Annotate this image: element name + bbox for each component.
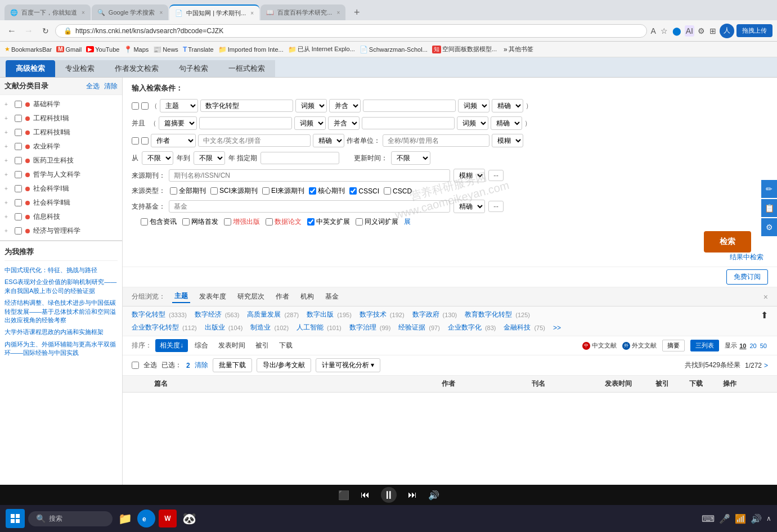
tag-manufacturing[interactable]: 制造业 [250,323,271,332]
row1-field-select[interactable]: 主题 题名 关键词 摘要 [160,99,198,112]
source-journal-input[interactable] [169,169,450,182]
select-all-checkbox[interactable] [132,362,139,369]
bookmark-news[interactable]: 📰News [153,46,178,53]
row2-match-select[interactable]: 精确 模糊 [491,116,522,130]
browser-tab-2[interactable]: 🔍 Google 学术搜索 × [92,4,168,20]
sort-download[interactable]: 下载 [276,339,296,352]
wifi-icon[interactable]: 📶 [735,513,746,524]
col-author[interactable]: 作者 [442,379,532,389]
sidebar-item-humanities[interactable]: + 哲学与人文科学 [0,168,122,182]
taskbar-icon-files[interactable]: 📁 [116,510,134,528]
sort-relevance[interactable]: 相关度↓ [155,339,188,352]
row1-check2[interactable] [141,102,149,110]
row3-unit-input[interactable] [383,134,489,147]
col-download[interactable]: 下载 [689,379,723,389]
group-tab-fund[interactable]: 基金 [323,291,341,303]
sort-comprehensive[interactable]: 综合 [191,339,212,352]
bookmark-translate[interactable]: TTranslate [183,46,214,53]
extension-icon[interactable]: ⚙ [697,25,706,37]
bookmark-youtube[interactable]: ▶YouTube [86,46,119,53]
new-tab-btn[interactable]: + [349,4,365,20]
checkbox-cscd[interactable]: CSCD [384,187,412,195]
tab-advanced[interactable]: 高级检索 [6,60,55,77]
subscribe-button[interactable]: 免费订阅 [726,269,768,285]
bookmark-imported[interactable]: 📁Imported from Inte... [218,46,284,53]
row1-check1[interactable] [132,102,139,110]
item-checkbox-10[interactable] [15,227,22,235]
checkbox-core[interactable]: 核心期刊 [309,186,345,196]
reload-btn[interactable]: ↻ [38,24,53,38]
bookmark-gmail[interactable]: MGmail [56,46,82,53]
display-50[interactable]: 50 [760,342,767,349]
forward-btn[interactable]: → [21,24,36,38]
row1-freq-select[interactable]: 词频 [295,99,327,112]
tag-gov2[interactable]: 数字治理 [349,323,376,332]
float-btn-settings[interactable]: ⚙ [761,218,777,236]
keyboard-icon[interactable]: ⌨ [702,513,715,524]
rec-item-0[interactable]: 中国式现代化：特征、挑战与路径 [5,264,118,276]
tab-close-2[interactable]: × [159,10,163,16]
checkbox-cssci[interactable]: CSSCI [349,187,379,195]
tag-publishing[interactable]: 出版业 [205,323,225,332]
volume-icon[interactable]: 🔊 [751,513,762,524]
sidebar-item-info[interactable]: + 信息科技 [0,210,122,224]
group-tab-topic[interactable]: 主题 [172,290,190,303]
item-checkbox-5[interactable] [15,157,22,164]
row3-author-input[interactable] [198,134,311,147]
item-checkbox-4[interactable] [15,143,22,150]
cb-include-news[interactable]: 包含资讯 [141,217,177,227]
upload-btn[interactable]: 拖拽上传 [736,24,772,37]
period-input[interactable] [261,152,339,164]
float-btn-edit[interactable]: ✏ [761,180,777,198]
tag-high-quality[interactable]: 高质量发展 [247,310,281,319]
taskbar-icon-edge[interactable]: e [137,510,155,528]
row1-match-select[interactable]: 精确 模糊 [492,99,523,112]
lang-en[interactable]: 外 外文文献 [622,341,657,350]
lang-cn[interactable]: 中 中文文献 [582,341,617,350]
row2-op-select[interactable]: 并含 或含 [328,116,360,130]
media-prev-btn[interactable]: ⏮ [361,490,370,500]
row2-field-select[interactable]: 篇摘要 主题 题名 [159,116,197,130]
col-date[interactable]: 发表时间 [605,379,655,389]
item-checkbox-6[interactable] [15,171,22,178]
tag-digital-pub[interactable]: 数字出版 [307,310,334,319]
item-checkbox-9[interactable] [15,213,22,220]
row1-value2-input[interactable] [363,100,456,112]
visualization-btn[interactable]: 计量可视化分析 ▾ [316,358,380,372]
checkbox-all-journals[interactable]: 全部期刊 [170,186,206,196]
row1-freq2-select[interactable]: 词频 [458,99,489,112]
ai-icon[interactable]: AI [685,25,694,37]
group-tab-year[interactable]: 发表年度 [197,291,228,303]
row3-check1[interactable] [132,137,139,145]
chevron-icon[interactable]: ∧ [766,515,771,522]
display-20[interactable]: 20 [750,342,757,349]
sort-date[interactable]: 发表时间 [215,339,249,352]
bookmark-ie[interactable]: 📁已从 Internet Explo... [288,45,355,53]
star-icon[interactable]: ☆ [659,25,669,37]
close-group-btn[interactable]: × [763,292,768,301]
tag-digital-tech[interactable]: 数字技术 [360,310,387,319]
cb-bilingual[interactable]: 中英文扩展 [307,217,350,227]
taskbar-icon-panda[interactable]: 🐼 [180,510,198,528]
sidebar-item-medical[interactable]: + 医药卫生科技 [0,154,122,168]
group-tab-level[interactable]: 研究层次 [235,291,267,303]
item-checkbox-7[interactable] [15,185,22,192]
source-journal-more-btn[interactable]: ··· [488,170,504,181]
sidebar-item-basic-science[interactable]: + 基础科学 [0,97,122,111]
bookmark-schwarzman[interactable]: 📄Schwarzman-Schol... [360,46,428,53]
export-btn[interactable]: 导出/参考文献 [257,358,311,372]
row2-freq-select[interactable]: 词频 [294,116,326,130]
row3-unit-match-select[interactable]: 模糊 精确 [492,134,523,147]
expand-options[interactable]: 展 [404,217,411,227]
from-year-select[interactable]: 不限 [142,151,173,165]
row3-field-select[interactable]: 作者 第一作者 [151,134,196,147]
media-next-btn[interactable]: ⏭ [408,490,417,500]
update-select[interactable]: 不限 [391,151,430,165]
row2-value2-input[interactable] [362,117,455,129]
address-bar[interactable]: 🔒 https://kns.cnki.net/kns/advsearch?dbc… [55,24,647,38]
fund-more-btn[interactable]: ··· [488,201,504,212]
tag-more[interactable]: >> [553,324,561,332]
sidebar-item-economics[interactable]: + 经济与管理科学 [0,224,122,238]
rec-item-2[interactable]: 经济结构调整、绿色技术进步与中国低碳转型发展——基于总体技术前沿和空间溢出效应视… [5,297,118,326]
result-search-link[interactable]: 结果中检索 [730,253,763,261]
